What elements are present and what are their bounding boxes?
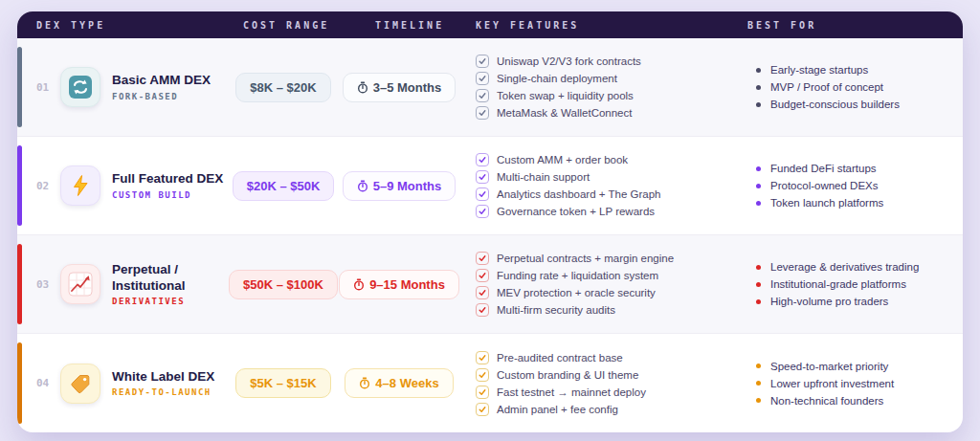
timeline-badge: 4–8 Weeks [345,368,453,398]
checkbox-icon [476,55,489,68]
dex-name-block: Perpetual / Institutional DERIVATIVES [112,262,227,305]
timeline-cell: 9–15 Months [337,270,461,299]
timeline-text: 9–15 Months [369,277,445,292]
best-for-text: Lower upfront investment [770,378,894,389]
best-for-item: Protocol-owned DEXs [756,180,963,191]
best-for-text: Non-technical founders [770,395,883,407]
row-number: 01 [36,81,52,94]
best-for-item: Speed-to-market priority [756,361,963,372]
best-for-item: Token launch platforms [756,197,963,209]
best-for-text: Budget-conscious builders [770,99,900,110]
best-for-item: Funded DeFi startups [756,163,963,174]
table-row: 03 Perpetual / Institutional DERIVATIVES… [17,235,963,334]
feature-item: Custom branding & UI theme [476,368,745,382]
row-accent-bar [17,342,22,424]
best-for-item: Early-stage startups [756,64,963,76]
timeline-cell: 3–5 Months [337,73,461,102]
feature-text: MetaMask & WalletConnect [497,107,632,119]
feature-item: Token swap + liquidity pools [476,89,745,102]
best-for-cell: Leverage & derivatives trading Instituti… [745,255,963,313]
bullet-dot [756,85,761,90]
row-number: 03 [36,278,52,291]
row-number: 02 [36,180,52,192]
best-for-text: MVP / Proof of concept [770,81,883,93]
feature-item: Custom AMM + order book [476,153,745,166]
checkbox-icon [476,153,489,166]
dex-type-cell: 03 Perpetual / Institutional DERIVATIVES [17,262,230,305]
timeline-badge: 9–15 Months [339,270,459,299]
table-row: 01 Basic AMM DEX FORK-BASED $8K – $20K [17,38,963,137]
dex-type-cell: 01 Basic AMM DEX FORK-BASED [17,67,230,107]
cost-badge: $20K – $50K [233,171,335,201]
bullet-dot [756,102,761,107]
column-header-cost-range: COST RANGE [230,20,337,31]
timeline-text: 5–9 Months [373,179,442,193]
timeline-cell: 4–8 Weeks [337,368,461,398]
column-header-dex-type: DEX TYPE [17,20,230,31]
best-for-item: Budget-conscious builders [756,99,963,110]
feature-text: Governance token + LP rewards [497,206,655,217]
best-for-text: Protocol-owned DEXs [770,180,879,191]
best-for-text: Speed-to-market priority [770,361,888,372]
cost-badge: $8K – $20K [235,73,330,102]
feature-item: Uniswap V2/V3 fork contracts [476,55,745,68]
best-for-text: Institutional-grade platforms [770,278,906,290]
checkbox-icon [476,286,489,299]
dex-name-block: Basic AMM DEX FORK-BASED [112,73,211,100]
best-for-cell: Early-stage startups MVP / Proof of conc… [745,58,963,116]
table-row: 04 White Label DEX READY-TO-LAUNCH $5K –… [17,334,963,432]
stopwatch-icon [357,180,368,192]
dex-name: Perpetual / Institutional [112,262,227,293]
feature-item: Funding rate + liquidation system [476,269,745,282]
best-for-item: MVP / Proof of concept [756,81,963,93]
feature-text: Fast testnet → mainnet deploy [497,386,646,398]
feature-item: MetaMask & WalletConnect [476,106,745,120]
column-header-timeline: TIMELINE [337,20,461,31]
timeline-badge: 5–9 Months [343,171,457,201]
best-for-item: High-volume pro traders [756,296,963,307]
checkbox-icon [476,368,489,382]
checkbox-icon [476,187,489,201]
feature-text: Analytics dashboard + The Graph [497,188,660,200]
feature-item: Governance token + LP rewards [476,205,745,218]
row-accent-bar [17,47,22,127]
key-features-cell: Uniswap V2/V3 fork contracts Single-chai… [461,51,745,123]
feature-item: Fast testnet → mainnet deploy [476,386,745,399]
table-header-row: DEX TYPE COST RANGE TIMELINE KEY FEATURE… [17,11,963,38]
key-features-cell: Perpetual contracts + margin engine Fund… [461,248,745,320]
timeline-text: 3–5 Months [373,80,442,95]
dex-name-block: Full Featured DEX CUSTOM BUILD [112,171,223,199]
key-features-cell: Pre-audited contract base Custom brandin… [461,347,745,420]
bullet-dot [756,68,761,73]
feature-item: Analytics dashboard + The Graph [476,187,745,201]
feature-text: Admin panel + fee config [497,404,618,415]
checkbox-icon [476,303,489,317]
checkbox-icon [476,386,489,399]
tag-icon [60,364,100,404]
feature-item: Single-chain deployment [476,72,745,85]
cost-range-cell: $20K – $50K [230,171,337,201]
feature-item: Pre-audited contract base [476,351,745,364]
bullet-dot [756,299,761,304]
feature-text: MEV protection + oracle security [497,287,656,298]
stopwatch-icon [353,278,365,291]
bullet-dot [756,201,761,206]
best-for-text: Funded DeFi startups [770,163,877,174]
feature-text: Perpetual contracts + margin engine [497,253,674,264]
feature-item: Admin panel + fee config [476,403,745,416]
dex-name: Full Featured DEX [112,171,223,187]
dex-type-cell: 04 White Label DEX READY-TO-LAUNCH [17,364,230,404]
column-header-best-for: BEST FOR [745,20,963,31]
row-number: 04 [36,377,52,389]
bullet-dot [756,166,761,171]
checkbox-icon [476,269,489,282]
checkbox-icon [476,170,489,184]
feature-item: Multi-firm security audits [476,303,745,317]
bullet-dot [756,265,761,270]
feature-text: Custom branding & UI theme [497,369,638,381]
best-for-item: Lower upfront investment [756,378,963,389]
best-for-text: Token launch platforms [770,197,883,209]
dex-subtitle: DERIVATIVES [112,297,227,306]
best-for-text: High-volume pro traders [770,296,888,307]
best-for-item: Institutional-grade platforms [756,278,963,290]
